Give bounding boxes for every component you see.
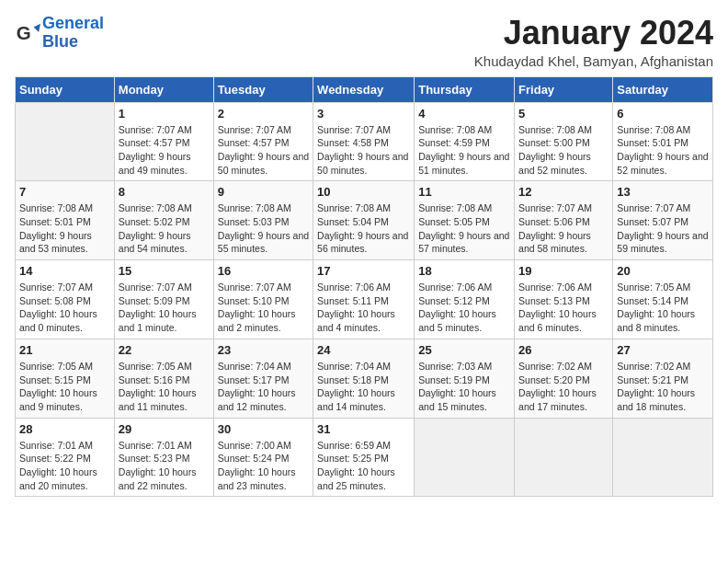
calendar-cell: 31 Sunrise: 6:59 AM Sunset: 5:25 PM Dayl… <box>313 418 415 497</box>
day-daylight: Daylight: 10 hours and 23 minutes. <box>218 465 309 492</box>
day-sunset: Sunset: 4:58 PM <box>317 136 410 150</box>
calendar-cell: 10 Sunrise: 7:08 AM Sunset: 5:04 PM Dayl… <box>313 181 415 260</box>
day-sunrise: Sunrise: 7:08 AM <box>19 201 110 215</box>
day-number: 9 <box>218 185 309 199</box>
calendar-cell: 21 Sunrise: 7:05 AM Sunset: 5:15 PM Dayl… <box>16 339 115 418</box>
day-number: 1 <box>119 107 210 121</box>
day-sunset: Sunset: 5:22 PM <box>19 452 110 465</box>
day-daylight: Daylight: 10 hours and 9 minutes. <box>19 386 110 413</box>
logo-icon: G <box>15 20 40 46</box>
day-sunset: Sunset: 5:25 PM <box>317 452 410 465</box>
day-daylight: Daylight: 9 hours and 53 minutes. <box>19 229 110 256</box>
day-sunrise: Sunrise: 7:06 AM <box>418 281 510 294</box>
calendar-cell: 15 Sunrise: 7:07 AM Sunset: 5:09 PM Dayl… <box>114 260 213 339</box>
calendar-cell <box>515 418 613 497</box>
calendar-cell: 28 Sunrise: 7:01 AM Sunset: 5:22 PM Dayl… <box>16 418 115 497</box>
calendar-cell: 29 Sunrise: 7:01 AM Sunset: 5:23 PM Dayl… <box>114 418 213 497</box>
day-sunset: Sunset: 5:08 PM <box>19 294 110 308</box>
calendar-cell: 3 Sunrise: 7:07 AM Sunset: 4:58 PM Dayli… <box>313 102 415 181</box>
day-number: 8 <box>119 185 210 199</box>
calendar-cell: 4 Sunrise: 7:08 AM Sunset: 4:59 PM Dayli… <box>415 102 515 181</box>
day-daylight: Daylight: 10 hours and 25 minutes. <box>317 465 410 492</box>
day-sunset: Sunset: 5:21 PM <box>617 373 709 387</box>
day-number: 13 <box>617 185 709 199</box>
day-daylight: Daylight: 10 hours and 11 minutes. <box>119 386 210 413</box>
day-sunrise: Sunrise: 7:07 AM <box>119 123 210 137</box>
calendar-week-2: 7 Sunrise: 7:08 AM Sunset: 5:01 PM Dayli… <box>16 181 713 260</box>
day-daylight: Daylight: 9 hours and 49 minutes. <box>119 150 210 177</box>
calendar-cell <box>16 102 115 181</box>
day-sunrise: Sunrise: 7:08 AM <box>218 201 309 215</box>
day-sunrise: Sunrise: 7:02 AM <box>518 360 609 373</box>
logo-text: General Blue <box>42 15 104 52</box>
day-daylight: Daylight: 10 hours and 17 minutes. <box>518 386 609 413</box>
svg-text:G: G <box>17 21 31 42</box>
col-thursday: Thursday <box>415 76 515 102</box>
col-sunday: Sunday <box>16 76 115 102</box>
day-daylight: Daylight: 10 hours and 18 minutes. <box>617 386 709 413</box>
day-sunrise: Sunrise: 7:07 AM <box>119 281 210 294</box>
day-sunset: Sunset: 5:13 PM <box>518 294 609 308</box>
calendar-cell: 30 Sunrise: 7:00 AM Sunset: 5:24 PM Dayl… <box>213 418 313 497</box>
day-daylight: Daylight: 10 hours and 2 minutes. <box>218 307 309 334</box>
calendar-table: Sunday Monday Tuesday Wednesday Thursday… <box>15 76 713 498</box>
calendar-cell: 11 Sunrise: 7:08 AM Sunset: 5:05 PM Dayl… <box>415 181 515 260</box>
day-daylight: Daylight: 10 hours and 1 minute. <box>119 307 210 334</box>
day-daylight: Daylight: 9 hours and 55 minutes. <box>218 229 309 256</box>
day-number: 16 <box>218 264 309 278</box>
day-daylight: Daylight: 10 hours and 15 minutes. <box>418 386 510 413</box>
day-sunrise: Sunrise: 7:08 AM <box>617 123 709 137</box>
day-sunrise: Sunrise: 7:04 AM <box>218 360 309 373</box>
day-daylight: Daylight: 10 hours and 22 minutes. <box>119 465 210 492</box>
day-sunrise: Sunrise: 7:08 AM <box>119 201 210 215</box>
svg-marker-1 <box>34 24 40 32</box>
day-sunset: Sunset: 4:57 PM <box>218 136 309 150</box>
day-number: 19 <box>518 264 609 278</box>
month-title: January 2024 <box>474 15 713 52</box>
day-daylight: Daylight: 9 hours and 59 minutes. <box>617 229 709 256</box>
title-section: January 2024 Khudaydad Khel, Bamyan, Afg… <box>474 15 713 69</box>
day-sunrise: Sunrise: 7:06 AM <box>518 281 609 294</box>
day-daylight: Daylight: 10 hours and 4 minutes. <box>317 307 410 334</box>
calendar-cell: 25 Sunrise: 7:03 AM Sunset: 5:19 PM Dayl… <box>415 339 515 418</box>
day-sunset: Sunset: 5:23 PM <box>119 452 210 465</box>
calendar-cell: 14 Sunrise: 7:07 AM Sunset: 5:08 PM Dayl… <box>16 260 115 339</box>
day-sunrise: Sunrise: 7:05 AM <box>19 360 110 373</box>
day-sunset: Sunset: 5:10 PM <box>218 294 309 308</box>
day-sunset: Sunset: 5:01 PM <box>617 136 709 150</box>
calendar-cell: 16 Sunrise: 7:07 AM Sunset: 5:10 PM Dayl… <box>213 260 313 339</box>
day-number: 4 <box>418 107 510 121</box>
day-sunrise: Sunrise: 7:01 AM <box>19 439 110 453</box>
day-sunset: Sunset: 5:15 PM <box>19 373 110 387</box>
day-sunset: Sunset: 5:24 PM <box>218 452 309 465</box>
day-sunset: Sunset: 5:17 PM <box>218 373 309 387</box>
day-number: 20 <box>617 264 709 278</box>
day-sunrise: Sunrise: 7:00 AM <box>218 439 309 453</box>
calendar-cell: 13 Sunrise: 7:07 AM Sunset: 5:07 PM Dayl… <box>613 181 713 260</box>
day-sunrise: Sunrise: 7:07 AM <box>317 123 410 137</box>
day-sunrise: Sunrise: 7:07 AM <box>518 201 609 215</box>
day-number: 30 <box>218 422 309 436</box>
day-sunrise: Sunrise: 7:08 AM <box>518 123 609 137</box>
day-number: 31 <box>317 422 410 436</box>
day-sunset: Sunset: 5:07 PM <box>617 215 709 229</box>
day-sunset: Sunset: 5:16 PM <box>119 373 210 387</box>
day-sunrise: Sunrise: 7:07 AM <box>19 281 110 294</box>
logo-general: General <box>42 14 104 32</box>
calendar-week-5: 28 Sunrise: 7:01 AM Sunset: 5:22 PM Dayl… <box>16 418 713 497</box>
day-sunset: Sunset: 5:01 PM <box>19 215 110 229</box>
calendar-cell <box>415 418 515 497</box>
day-number: 24 <box>317 343 410 357</box>
day-sunrise: Sunrise: 7:03 AM <box>418 360 510 373</box>
day-sunrise: Sunrise: 7:08 AM <box>418 201 510 215</box>
day-daylight: Daylight: 9 hours and 54 minutes. <box>119 229 210 256</box>
day-sunrise: Sunrise: 7:02 AM <box>617 360 709 373</box>
day-number: 7 <box>19 185 110 199</box>
day-number: 12 <box>518 185 609 199</box>
day-number: 23 <box>218 343 309 357</box>
day-sunrise: Sunrise: 7:01 AM <box>119 439 210 453</box>
calendar-cell: 1 Sunrise: 7:07 AM Sunset: 4:57 PM Dayli… <box>114 102 213 181</box>
calendar-cell: 26 Sunrise: 7:02 AM Sunset: 5:20 PM Dayl… <box>515 339 613 418</box>
col-friday: Friday <box>515 76 613 102</box>
calendar-cell: 7 Sunrise: 7:08 AM Sunset: 5:01 PM Dayli… <box>16 181 115 260</box>
